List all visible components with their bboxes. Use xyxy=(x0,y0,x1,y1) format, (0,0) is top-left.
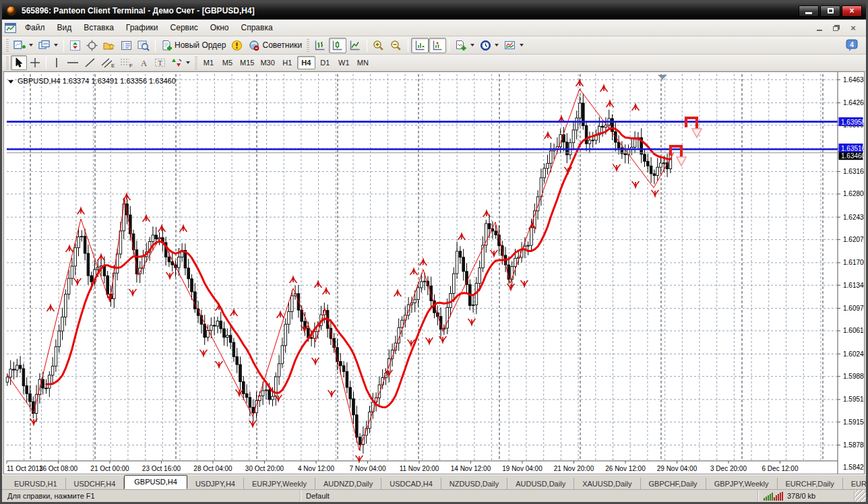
zoom-in-button[interactable] xyxy=(370,38,388,53)
status-profile[interactable]: Default xyxy=(301,490,758,502)
strategy-tester-button[interactable] xyxy=(135,38,152,53)
status-connection[interactable]: 378/0 kb xyxy=(758,490,855,502)
chart-tab-xauusd-daily[interactable]: XAUUSD,Daily xyxy=(574,478,640,490)
svg-text:1.62800: 1.62800 xyxy=(843,190,864,197)
terminal-button[interactable] xyxy=(118,38,135,53)
crosshair-tool-button[interactable] xyxy=(27,55,43,70)
navigator-button[interactable] xyxy=(100,38,118,53)
notifications-button[interactable]: 4 xyxy=(843,37,861,54)
line-chart-button[interactable] xyxy=(346,38,364,53)
text-icon: A xyxy=(139,57,149,68)
chart-tab-audusd-daily[interactable]: AUDUSD,Daily xyxy=(507,478,574,490)
menu-item-5[interactable]: Окно xyxy=(204,21,235,34)
price-chart-canvas[interactable]: 1.646301.642601.639001.635301.631601.628… xyxy=(4,72,864,474)
chart-tab-nzdusd-daily[interactable]: NZDUSD,Daily xyxy=(441,478,507,490)
advisors-button[interactable]: Советники xyxy=(245,38,305,53)
toolbar-handle[interactable] xyxy=(6,57,9,69)
arrows-tool-button[interactable] xyxy=(168,55,193,70)
chart-tab-gbpjpy-weekly[interactable]: GBPJPY,Weekly xyxy=(706,478,778,490)
timeframe-m1[interactable]: M1 xyxy=(199,56,218,69)
vertical-line-icon xyxy=(52,57,61,68)
chart-shift-button[interactable] xyxy=(429,38,446,53)
minimize-button[interactable] xyxy=(799,5,819,17)
timeframe-h4[interactable]: H4 xyxy=(297,56,315,69)
new-chart-button[interactable] xyxy=(11,38,36,53)
text-tool-button[interactable]: A xyxy=(136,55,152,70)
svg-text:1.59880: 1.59880 xyxy=(843,373,864,380)
timeframe-h1[interactable]: H1 xyxy=(278,56,297,69)
menu-item-4[interactable]: Сервис xyxy=(164,21,204,34)
advisors-label: Советники xyxy=(262,40,302,50)
title-bar[interactable]: 565896: Panteon Client Terminal - Демо С… xyxy=(2,2,866,20)
channel-tool-button[interactable]: E xyxy=(98,55,117,70)
toolbar-separator xyxy=(63,39,64,52)
svg-text:1.58420: 1.58420 xyxy=(843,464,864,471)
menu-item-2[interactable]: Вставка xyxy=(78,21,120,34)
svg-text:23 Oct 16:00: 23 Oct 16:00 xyxy=(142,465,181,472)
chart-tab-gbpchf-daily[interactable]: GBPCHF,Daily xyxy=(641,478,706,490)
maximize-button[interactable] xyxy=(820,5,840,17)
chart-tab-eurjpy-weekly[interactable]: EURJPY,Weekly xyxy=(244,478,315,490)
maximize-icon xyxy=(828,8,834,13)
menu-item-1[interactable]: Вид xyxy=(51,21,78,34)
trendline-icon xyxy=(84,57,96,68)
toolbar-handle[interactable] xyxy=(195,57,197,69)
toolbar-handle[interactable] xyxy=(6,39,9,52)
mdi-restore-button[interactable] xyxy=(829,22,844,34)
menu-item-6[interactable]: Справка xyxy=(235,21,279,34)
vertical-line-tool-button[interactable] xyxy=(49,55,64,70)
timeframe-d1[interactable]: D1 xyxy=(316,56,334,69)
candle-chart-button[interactable] xyxy=(329,38,346,53)
svg-text:1.60240: 1.60240 xyxy=(843,350,864,358)
timeframe-m30[interactable]: M30 xyxy=(257,56,277,69)
arrow-objects-icon xyxy=(171,57,183,68)
mdi-close-button[interactable]: × xyxy=(846,22,861,34)
chart-tab-eurchf-daily[interactable]: EURCHF,Daily xyxy=(778,478,843,490)
toolbar-handle[interactable] xyxy=(307,39,309,52)
trendline-tool-button[interactable] xyxy=(82,55,98,70)
periods-button[interactable] xyxy=(477,38,501,53)
templates-button[interactable] xyxy=(501,38,526,53)
chart-tab-usdjpy-h4[interactable]: USDJPY,H4 xyxy=(187,478,244,490)
indicators-button[interactable] xyxy=(452,38,477,53)
menu-item-0[interactable]: Файл xyxy=(19,21,51,34)
market-watch-button[interactable] xyxy=(67,38,84,53)
chart-tab-usdcad-h4[interactable]: USDCAD,H4 xyxy=(381,478,441,490)
timeframe-mn[interactable]: MN xyxy=(354,56,372,69)
horizontal-line-icon xyxy=(67,57,79,68)
cursor-tool-button[interactable] xyxy=(11,55,27,70)
alerts-button[interactable] xyxy=(228,38,245,53)
menu-item-3[interactable]: Графики xyxy=(120,21,164,34)
profiles-button[interactable] xyxy=(36,38,61,53)
data-window-button[interactable] xyxy=(84,38,100,53)
zoom-out-button[interactable] xyxy=(388,38,405,53)
chart-tab-eurusd-h1[interactable]: EURUSD,H1 xyxy=(6,478,66,490)
horizontal-line-tool-button[interactable] xyxy=(64,55,82,70)
mdi-close-icon: × xyxy=(850,24,856,32)
chart-window-icon[interactable] xyxy=(5,23,16,33)
mdi-minimize-button[interactable] xyxy=(812,22,827,34)
text-label-tool-button[interactable]: T xyxy=(152,55,168,70)
svg-text:T: T xyxy=(158,59,162,67)
chart-tab-usdchf-h4[interactable]: USDCHF,H4 xyxy=(66,478,125,490)
timeframe-m5[interactable]: M5 xyxy=(218,56,237,69)
timeframe-m15[interactable]: M15 xyxy=(237,56,257,69)
resize-grip[interactable] xyxy=(855,490,866,502)
timeframe-w1[interactable]: W1 xyxy=(335,56,353,69)
auto-scroll-button[interactable] xyxy=(411,38,429,53)
chart-tab-gbpusd-h4[interactable]: GBPUSD,H4 xyxy=(124,475,187,489)
fibonacci-tool-button[interactable]: F xyxy=(117,55,136,70)
new-chart-icon xyxy=(13,40,26,51)
svg-text:1.64260: 1.64260 xyxy=(843,99,864,106)
periods-clock-icon xyxy=(480,40,491,51)
cursor-icon xyxy=(13,57,24,68)
alert-icon xyxy=(231,40,243,51)
bar-chart-button[interactable] xyxy=(311,38,329,53)
mdi-minimize-icon xyxy=(817,30,822,31)
line-chart-icon xyxy=(349,40,361,51)
new-order-button[interactable]: Новый Ордер xyxy=(158,38,228,53)
chart-tab-audnzd-daily[interactable]: AUDNZD,Daily xyxy=(315,478,381,490)
chart-tab-eurgbp-daily[interactable]: EURGBP,Daily xyxy=(843,478,868,490)
svg-text:1.59150: 1.59150 xyxy=(843,418,864,426)
close-button[interactable]: × xyxy=(842,5,862,17)
